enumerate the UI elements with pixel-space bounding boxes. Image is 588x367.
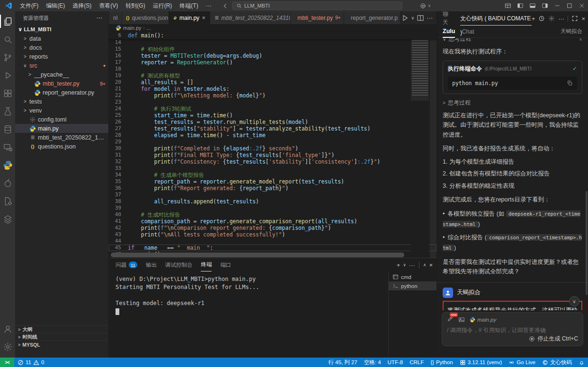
section-时间线[interactable]: >时间线 bbox=[15, 333, 108, 341]
panel-tab-端口[interactable]: 端口 bbox=[220, 258, 231, 271]
activity-explorer-icon[interactable] bbox=[0, 12, 15, 30]
menu-item-3[interactable]: 选择(S) bbox=[69, 0, 95, 11]
layout-customize-icon[interactable] bbox=[502, 0, 514, 11]
activity-leetcode-icon[interactable] bbox=[0, 174, 15, 192]
think-toggle[interactable]: ∨ 思考过程 ∧ bbox=[443, 38, 582, 43]
tab-baidu-comate[interactable]: 文心快码 ( BAIDU COMATE ) bbox=[460, 11, 532, 26]
terminal-output[interactable]: (venv) D:\Project\LLM_MBTI>python main.p… bbox=[109, 271, 388, 358]
code-line-31[interactable]: 31 print(f"Final MBTI Type: {test_result… bbox=[109, 152, 437, 158]
activity-python-icon[interactable] bbox=[0, 156, 15, 174]
code-line-15[interactable]: 15 # 初始化组件 bbox=[109, 46, 437, 52]
tree-folder-tests[interactable]: >tests bbox=[15, 97, 108, 106]
copilot-button[interactable]: ∨ bbox=[419, 2, 431, 9]
panel-tab-调试控制台[interactable]: 调试控制台 bbox=[165, 258, 193, 271]
eol-setting[interactable]: CRLF bbox=[406, 358, 427, 367]
code-line-35[interactable]: 35 report_path = reporter.generate_model… bbox=[109, 178, 437, 185]
activity-testing-icon[interactable] bbox=[0, 102, 15, 120]
subtab-chat[interactable]: Chat bbox=[462, 28, 474, 35]
go-live-button[interactable]: Go Live bbox=[505, 358, 539, 367]
code-line-16[interactable]: 16 tester = MBTITester(debug=args.debug) bbox=[109, 52, 437, 59]
tree-folder-src[interactable]: ∨src• bbox=[15, 61, 108, 70]
comate-status[interactable]: 文心快码 bbox=[539, 358, 575, 367]
minimize-icon[interactable] bbox=[551, 0, 563, 11]
menu-item-1[interactable]: 文件(F) bbox=[16, 0, 42, 11]
image-attach-icon[interactable] bbox=[458, 316, 465, 323]
copy-icon[interactable] bbox=[567, 80, 573, 86]
terminal-instance-python[interactable]: python bbox=[389, 281, 437, 290]
terminal-profile-dropdown-icon[interactable]: ∨ bbox=[403, 262, 406, 267]
back-arrow-icon[interactable] bbox=[222, 2, 229, 9]
code-line-14[interactable]: 14 bbox=[109, 39, 437, 46]
code-line-38[interactable]: 38 all_results.append(test_results) bbox=[109, 198, 437, 205]
code-line-24[interactable]: 24 # 执行3轮测试 bbox=[109, 105, 437, 112]
code-line-23[interactable]: 23 bbox=[109, 99, 437, 105]
editor-tab-questions.json[interactable]: {}questions.json bbox=[122, 11, 169, 24]
code-line-25[interactable]: 25 start_time = time.time() bbox=[109, 112, 437, 119]
editor-tab-main.py[interactable]: main.py× bbox=[169, 11, 210, 24]
sidebar-left-icon[interactable] bbox=[514, 0, 526, 11]
menu-item-8[interactable]: ··· bbox=[202, 0, 215, 11]
code-line-37[interactable]: 37 bbox=[109, 192, 437, 198]
code-area[interactable]: 1415 # 初始化组件16 tester = MBTITester(debug… bbox=[109, 39, 437, 258]
stop-generating-button[interactable]: 停止生成 Ctrl+C bbox=[529, 335, 578, 343]
sticky-scroll-line[interactable]: 6def main(): bbox=[109, 32, 437, 39]
section-mysql[interactable]: >MYSQL bbox=[15, 341, 108, 348]
tree-file-questions.json[interactable]: {}questions.json bbox=[15, 142, 108, 151]
panel-close-icon[interactable]: × bbox=[429, 262, 433, 269]
terminal-instance-cmd[interactable]: cmd bbox=[389, 272, 437, 281]
code-line-43[interactable]: 43 print("\nAll tests completed successf… bbox=[109, 231, 437, 238]
editor-tab-nl[interactable]: nl bbox=[109, 11, 122, 24]
code-line-28[interactable]: 28 elapsed = time.time() - start_time bbox=[109, 132, 437, 139]
code-line-18[interactable]: 18 bbox=[109, 66, 437, 72]
more-actions-icon[interactable] bbox=[96, 15, 103, 21]
menu-item-2[interactable]: 编辑(E) bbox=[42, 0, 69, 11]
run-dropdown-icon[interactable]: ∨ bbox=[410, 16, 415, 20]
code-line-17[interactable]: 17 reporter = ReportGenerator() bbox=[109, 59, 437, 66]
menu-item-6[interactable]: 运行(R) bbox=[149, 0, 176, 11]
panel-more-icon[interactable]: ··· bbox=[409, 262, 415, 269]
chat-more-icon[interactable]: ··· bbox=[558, 15, 564, 22]
activity-layers-icon[interactable] bbox=[0, 210, 15, 228]
activity-source-control-icon[interactable] bbox=[0, 48, 15, 66]
scroll-to-bottom-button[interactable]: ∨ bbox=[569, 296, 579, 306]
chat-scrollbar[interactable] bbox=[586, 191, 588, 295]
code-line-6[interactable]: 6def main(): bbox=[109, 32, 437, 39]
panel-maximize-icon[interactable]: ∧ bbox=[423, 262, 427, 267]
code-line-32[interactable]: 32 print(f"Consistency: {test_results['s… bbox=[109, 158, 437, 165]
activity-account-icon[interactable] bbox=[0, 320, 15, 338]
code-line-45[interactable]: 45if __name__ == "__main__": bbox=[109, 245, 437, 251]
tree-file-main.py[interactable]: main.py bbox=[15, 124, 108, 133]
new-chat-icon[interactable]: + bbox=[532, 15, 535, 22]
python-interpreter[interactable]: 3.12.11 (venv) bbox=[456, 358, 506, 367]
minimap[interactable] bbox=[411, 39, 429, 258]
panel-tab-输出[interactable]: 输出 bbox=[146, 258, 157, 271]
activity-settings-gear-icon[interactable] bbox=[0, 338, 15, 356]
panel-tab-问题[interactable]: 问题11 bbox=[116, 258, 137, 271]
tree-file-mbti_tester.py[interactable]: mbti_tester.py9+ bbox=[15, 79, 108, 88]
code-line-40[interactable]: 40 # 生成对比报告 bbox=[109, 211, 437, 218]
code-line-20[interactable]: 20 all_results = [] bbox=[109, 79, 437, 86]
panel-bottom-icon[interactable] bbox=[526, 0, 539, 11]
code-line-30[interactable]: 30 print(f"Completed in {elapsed:.2f} se… bbox=[109, 145, 437, 152]
panel-tab-终端[interactable]: 终端 bbox=[201, 258, 212, 271]
think-toggle[interactable]: > 思考过程 bbox=[443, 99, 582, 107]
maximize-icon[interactable] bbox=[563, 0, 576, 11]
tree-file-report_generator.py[interactable]: report_generator.py bbox=[15, 88, 108, 97]
menu-item-4[interactable]: 查看(V) bbox=[95, 0, 122, 11]
tree-file-mbti_test_20250822_143100.log[interactable]: ≣mbti_test_20250822_143100.log bbox=[15, 133, 108, 142]
tab-close-icon[interactable]: × bbox=[202, 15, 205, 21]
code-line-34[interactable]: 34 # 生成单个模型报告 bbox=[109, 172, 437, 178]
activity-database-icon[interactable] bbox=[0, 120, 15, 138]
tree-folder-data[interactable]: >data bbox=[15, 34, 108, 43]
chat-messages[interactable]: ∨ 思考过程 ∧ 现在我将执行测试程序： 执行终端命令 d:/Project/L… bbox=[437, 38, 588, 310]
subtab-zulu[interactable]: Zulu bbox=[443, 26, 455, 38]
history-icon[interactable] bbox=[538, 15, 545, 22]
split-editor-icon[interactable] bbox=[416, 14, 425, 22]
command-search-input[interactable]: LLM_MBTI bbox=[232, 1, 402, 10]
menu-item-7[interactable]: 终端(T) bbox=[176, 0, 202, 11]
tree-folder-docs[interactable]: >docs bbox=[15, 43, 108, 52]
editor-horizontal-scrollbar[interactable] bbox=[111, 253, 404, 257]
editor-tab-mbti_test_20250822_143100.log[interactable]: ≣mbti_test_20250822_143100.log bbox=[210, 11, 291, 24]
section-大纲[interactable]: >大纲 bbox=[15, 325, 108, 333]
encoding[interactable]: UTF-8 bbox=[384, 358, 407, 367]
